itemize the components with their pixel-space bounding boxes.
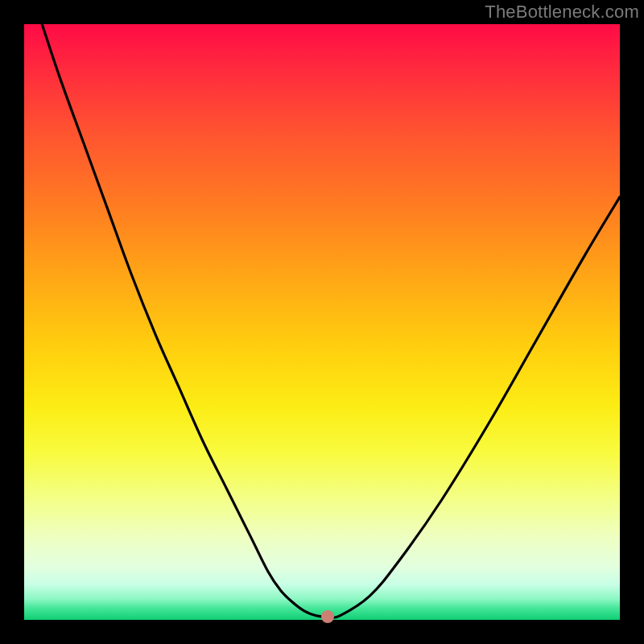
chart-frame: TheBottleneck.com: [0, 0, 644, 644]
bottleneck-curve: [24, 24, 620, 620]
optimum-marker-dot: [321, 610, 334, 623]
watermark-text: TheBottleneck.com: [485, 2, 639, 23]
plot-area: [24, 24, 620, 620]
